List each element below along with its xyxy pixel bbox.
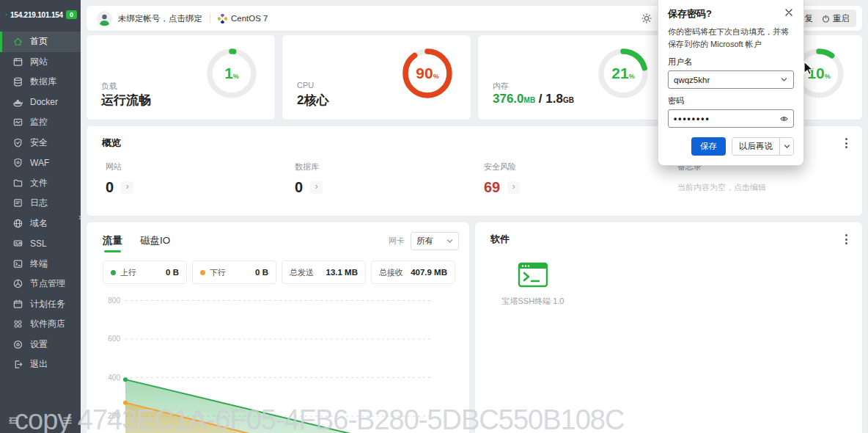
database-icon [12,76,23,87]
password-label: 密码 [668,95,794,106]
sidebar-item-label: 终端 [30,258,48,270]
sidebar-item-waf[interactable]: WAF [0,153,81,173]
chevron-right-icon[interactable]: › [310,181,323,194]
save-password-dialog: 保存密码? 你的密码将在下次自动填充，并将保存到你的 Microsoft 帐户 … [658,0,804,166]
tab-traffic[interactable]: 流量 [103,234,122,252]
sidebar-item-settings[interactable]: 设置 [0,335,81,355]
chevron-down-icon [446,238,453,244]
sidebar-item-domain[interactable]: 域名 [0,214,81,234]
sidebar-item-website[interactable]: 网站 [0,52,81,73]
sidebar-nav: 首页 网站 数据库 Docker 监控 安全 WAF 文件 [0,32,81,375]
logout-icon [12,359,23,370]
gauge-percent: 21 [611,65,628,82]
centos-logo-icon [218,14,227,23]
memory-gauge-card[interactable]: 内存 376.0MB / 1.8GB 21% [478,35,666,120]
logs-icon [12,197,23,208]
cpu-gauge-card[interactable]: CPU 2核心 90% [282,35,471,120]
memo-placeholder[interactable]: 当前内容为空，点击编辑 [677,182,766,193]
sidebar-item-security[interactable]: 安全 [0,133,81,153]
brand[interactable]: 154.219.101.154 0 [0,0,81,29]
traffic-card: 流量 磁盘IO 网卡 所有 上行 0 B 下行 0 B 总发送 13.1 MB … [87,222,469,433]
sidebar-item-label: 退出 [30,358,48,371]
chevron-right-icon[interactable]: › [121,181,133,194]
sidebar-item-appstore[interactable]: 软件商店 [0,314,81,335]
menu-list-icon[interactable] [62,415,73,426]
bind-account-link[interactable]: 未绑定帐号，点击绑定 [118,13,202,24]
sidebar-item-monitor[interactable]: 监控 [0,112,81,133]
memory-total-value: 1.8 [545,92,563,106]
sidebar-item-label: 域名 [30,217,48,230]
nic-filter: 网卡 所有 [389,232,459,250]
stat-value: 69 [484,179,500,196]
sidebar-item-cron[interactable]: 计划任务 [0,294,81,315]
overview-menu-kebab-icon[interactable] [844,137,849,150]
software-card: 软件 宝塔SSH终端 1.0 [475,222,862,433]
close-icon[interactable] [784,7,794,18]
stat-label: 数据库 [295,161,323,172]
sidebar-item-home[interactable]: 首页 [0,32,81,52]
save-button[interactable]: 保存 [691,137,726,156]
os-info: CentOS 7 [218,14,268,23]
memory-used-value: 376.0 [493,92,524,106]
sidebar-item-docker[interactable]: Docker [0,92,81,113]
power-icon [822,15,830,23]
sidebar-item-ssl[interactable]: SSL [0,233,81,254]
y-tick-label: 600 [108,335,120,343]
stat-total-received: 总接收 407.9 MB [371,261,455,284]
message-count-badge[interactable]: 0 [66,10,77,19]
avatar[interactable] [97,11,112,26]
ssl-certificate-icon [12,238,23,249]
collapse-sidebar-icon[interactable] [8,415,18,426]
chart-point-上行 [123,377,128,382]
stat-upstream: 上行 0 B [103,261,187,284]
gauge-unit: % [629,73,635,80]
load-gauge-card[interactable]: 负载 运行流畅 1% [87,35,275,120]
sidebar-item-files[interactable]: 文件 [0,173,81,194]
ssh-terminal-icon [518,261,548,288]
monitor-icon [12,117,23,128]
terminal-icon [12,258,23,269]
sidebar-item-nodes[interactable]: 节点管理 [0,274,81,294]
later-options-chevron-icon[interactable] [779,138,793,155]
software-menu-kebab-icon[interactable] [844,233,849,246]
username-value: qwqz5khr [674,76,710,84]
password-field[interactable]: •••••••• [668,109,794,128]
upstream-dot-icon [111,270,116,275]
sidebar-item-logout[interactable]: 退出 [0,354,81,375]
topbar-divider [210,14,210,23]
settings-icon [12,339,23,350]
sidebar-item-label: 日志 [30,197,48,209]
y-tick-label: 400 [108,374,120,382]
sidebar: 154.219.101.154 0 首页 网站 数据库 Docker 监控 安全 [0,0,81,433]
memory-usage-text: 376.0MB / 1.8GB [493,92,574,106]
node-icon [12,278,23,289]
sidebar-item-logs[interactable]: 日志 [0,193,81,214]
y-tick-label: 800 [108,296,120,305]
username-select[interactable]: qwqz5khr [668,70,794,89]
sidebar-expand-handle[interactable]: › [78,211,81,222]
later-split-button: 以后再说 [732,137,794,156]
chart-point-下行 [123,401,128,405]
nic-label: 网卡 [389,236,405,247]
app-ssh-terminal[interactable]: 宝塔SSH终端 1.0 [493,261,573,307]
theme-toggle-sun-icon[interactable] [641,13,652,23]
chevron-down-icon [780,76,788,84]
tab-disk-io[interactable]: 磁盘IO [140,234,170,252]
reveal-password-eye-icon[interactable] [780,114,788,123]
sidebar-item-label: WAF [30,158,49,168]
gauge-percent: 1 [224,65,233,82]
traffic-stats: 上行 0 B 下行 0 B 总发送 13.1 MB 总接收 407.9 MB [103,261,455,284]
sidebar-item-terminal[interactable]: 终端 [0,254,81,274]
sidebar-item-label: 数据库 [30,76,56,88]
server-ip: 154.219.101.154 [10,11,63,19]
chevron-right-icon[interactable]: › [507,181,520,194]
sidebar-item-label: Docker [30,97,58,107]
sidebar-item-database[interactable]: 数据库 [0,72,81,92]
gauge-status-text: 2核心 [297,92,328,109]
restart-button[interactable]: 重启 [815,10,856,27]
folder-icon [12,178,23,189]
gauge-label: 负载 [101,81,117,92]
nic-select[interactable]: 所有 [411,232,459,250]
overview-memo[interactable]: 备忘录 当前内容为空，点击编辑 [677,161,766,193]
later-button[interactable]: 以后再说 [732,138,779,155]
